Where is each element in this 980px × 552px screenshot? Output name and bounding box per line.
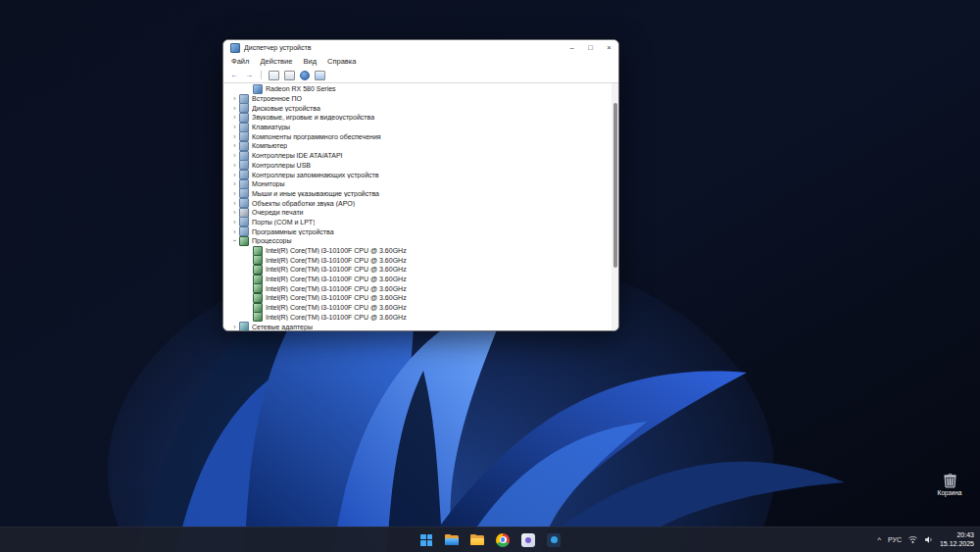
menu-item-1[interactable]: Действие — [260, 57, 292, 66]
processor-icon — [239, 236, 249, 246]
cpu-icon — [253, 265, 263, 275]
tree-item-label: Звуковые, игровые и видеоустройства — [252, 114, 374, 121]
clock-date: 15.12.2025 — [940, 540, 974, 549]
cpu-icon — [253, 255, 263, 265]
tree-item-label: Контроллеры запоминающих устройств — [252, 172, 379, 178]
chevron-collapsed-icon[interactable]: › — [230, 209, 239, 216]
menu-item-3[interactable]: Справка — [327, 57, 356, 66]
chevron-collapsed-icon[interactable]: › — [230, 133, 239, 140]
taskbar-app-button-2[interactable] — [544, 530, 564, 550]
tree-item-label: Дисковые устройства — [252, 105, 320, 112]
chevron-collapsed-icon[interactable]: › — [230, 180, 239, 187]
titlebar[interactable]: Диспетчер устройств – □ × — [223, 40, 618, 55]
tree-item-label: Порты (COM и LPT) — [252, 219, 315, 226]
folder-button[interactable] — [467, 530, 487, 550]
vertical-scrollbar[interactable] — [612, 83, 618, 330]
console-tree-icon[interactable] — [269, 71, 279, 80]
tree-item[interactable]: ›Звуковые, игровые и видеоустройства — [223, 113, 612, 123]
recycle-bin-icon — [943, 473, 957, 488]
system-tray: ^ РУС 20:43 15.12.2025 — [877, 527, 974, 552]
chevron-collapsed-icon[interactable]: › — [230, 200, 239, 207]
tree-item[interactable]: ›Мониторы — [223, 179, 612, 189]
tree-item[interactable]: Intel(R) Core(TM) i3-10100F CPU @ 3.60GH… — [223, 313, 612, 323]
chevron-collapsed-icon[interactable]: › — [230, 172, 239, 178]
tree-item[interactable]: ›Процессоры — [223, 236, 612, 246]
tree-item[interactable]: Intel(R) Core(TM) i3-10100F CPU @ 3.60GH… — [223, 283, 612, 293]
hidden-icons-button[interactable]: ^ — [877, 536, 881, 544]
close-button[interactable]: × — [600, 40, 618, 55]
tree-item-label: Встроенное ПО — [252, 95, 302, 102]
volume-icon[interactable] — [924, 535, 933, 544]
tree-item-label: Intel(R) Core(TM) i3-10100F CPU @ 3.60GH… — [266, 304, 407, 311]
tree-item[interactable]: ›Компоненты программного обеспечения — [223, 131, 612, 141]
chevron-collapsed-icon[interactable]: › — [230, 228, 239, 235]
toolbar: ← → — [223, 68, 618, 83]
cpu-icon — [253, 275, 263, 284]
tree-item[interactable]: Intel(R) Core(TM) i3-10100F CPU @ 3.60GH… — [223, 246, 612, 256]
file-explorer-button[interactable] — [442, 530, 462, 550]
scrollbar-thumb[interactable] — [613, 103, 617, 268]
tree-item[interactable]: ›Встроенное ПО — [223, 94, 612, 104]
tree-item[interactable]: ›Контроллеры USB — [223, 161, 612, 171]
start-button[interactable] — [416, 530, 436, 550]
help-icon[interactable] — [300, 71, 310, 80]
chevron-collapsed-icon[interactable]: › — [230, 324, 239, 330]
tree-item-label: Компоненты программного обеспечения — [252, 133, 381, 140]
tree-item-label: Мониторы — [252, 180, 285, 187]
recycle-bin[interactable]: Корзина — [931, 473, 968, 496]
computer-icon — [239, 141, 249, 151]
tree-item[interactable]: ›Программные устройства — [223, 226, 612, 236]
tree-item[interactable]: ›Контроллеры запоминающих устройств — [223, 170, 612, 179]
chrome-button[interactable] — [493, 530, 513, 550]
menu-item-2[interactable]: Вид — [303, 57, 317, 66]
chevron-expanded-icon[interactable]: › — [231, 236, 238, 245]
language-indicator[interactable]: РУС — [888, 536, 902, 543]
tree-item[interactable]: Intel(R) Core(TM) i3-10100F CPU @ 3.60GH… — [223, 255, 612, 265]
tree-item-label: Intel(R) Core(TM) i3-10100F CPU @ 3.60GH… — [266, 285, 407, 292]
chevron-collapsed-icon[interactable]: › — [230, 124, 239, 130]
tree-item[interactable]: ›Контроллеры IDE ATA/ATAPI — [223, 151, 612, 161]
taskbar-app-button-1[interactable] — [518, 530, 538, 550]
clock[interactable]: 20:43 15.12.2025 — [940, 531, 974, 548]
tree-item-label: Intel(R) Core(TM) i3-10100F CPU @ 3.60GH… — [266, 294, 407, 301]
tree-item-label: Объекты обработки звука (APO) — [252, 200, 355, 207]
network-icon[interactable] — [908, 535, 917, 544]
clock-time: 20:43 — [940, 531, 974, 540]
firmware-icon — [239, 94, 249, 104]
chevron-collapsed-icon[interactable]: › — [230, 105, 239, 112]
tree-item[interactable]: ›Дисковые устройства — [223, 103, 612, 113]
tree-item[interactable]: ›Сетевые адаптеры — [223, 322, 612, 330]
chevron-collapsed-icon[interactable]: › — [230, 142, 239, 149]
tree-item[interactable]: Radeon RX 580 Series — [223, 84, 612, 94]
ports-icon — [239, 217, 249, 226]
tree-item[interactable]: Intel(R) Core(TM) i3-10100F CPU @ 3.60GH… — [223, 303, 612, 313]
tree-item[interactable]: Intel(R) Core(TM) i3-10100F CPU @ 3.60GH… — [223, 265, 612, 275]
windows-logo-icon — [420, 534, 432, 546]
scan-hardware-icon[interactable] — [315, 71, 325, 80]
chevron-collapsed-icon[interactable]: › — [230, 219, 239, 226]
mouse-icon — [239, 188, 249, 198]
menubar: ФайлДействиеВидСправка — [223, 55, 618, 68]
device-manager-icon — [230, 43, 240, 53]
chevron-collapsed-icon[interactable]: › — [230, 95, 239, 102]
chevron-collapsed-icon[interactable]: › — [230, 190, 239, 197]
minimize-button[interactable]: – — [563, 40, 581, 55]
tree-item[interactable]: ›Объекты обработки звука (APO) — [223, 198, 612, 208]
tree-item[interactable]: ›Мыши и иные указывающие устройства — [223, 189, 612, 199]
tree-item[interactable]: ›Очереди печати — [223, 208, 612, 218]
properties-icon[interactable] — [284, 71, 295, 80]
menu-item-0[interactable]: Файл — [231, 57, 249, 66]
tree-item[interactable]: ›Компьютер — [223, 141, 612, 151]
back-button[interactable]: ← — [229, 72, 239, 79]
chevron-collapsed-icon[interactable]: › — [230, 162, 239, 169]
tree-item[interactable]: ›Порты (COM и LPT) — [223, 218, 612, 227]
maximize-button[interactable]: □ — [581, 40, 600, 55]
chevron-collapsed-icon[interactable]: › — [230, 114, 239, 121]
tree-item-label: Radeon RX 580 Series — [266, 85, 336, 92]
chevron-collapsed-icon[interactable]: › — [230, 152, 239, 159]
forward-button[interactable]: → — [244, 72, 254, 79]
tree-item[interactable]: Intel(R) Core(TM) i3-10100F CPU @ 3.60GH… — [223, 275, 612, 284]
tree-item[interactable]: ›Клавиатуры — [223, 123, 612, 132]
tree-item[interactable]: Intel(R) Core(TM) i3-10100F CPU @ 3.60GH… — [223, 293, 612, 303]
tree-item-label: Intel(R) Core(TM) i3-10100F CPU @ 3.60GH… — [266, 266, 407, 273]
